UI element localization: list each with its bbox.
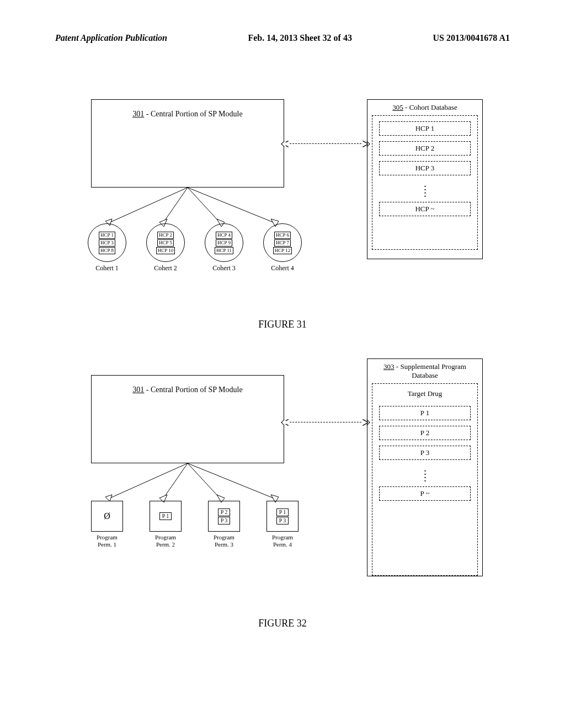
perm-label1: Program	[144, 534, 187, 541]
hcp-tag: HCP 9	[216, 239, 232, 247]
cohort-label: Cohert 4	[261, 264, 304, 272]
db-item: HCP 1	[379, 121, 471, 136]
hcp-tag: HCP 3	[99, 239, 115, 247]
db-ref: 303	[383, 362, 395, 371]
cohort-1: HCP 1 HCP 3 HCP 8 Cohert 1	[86, 223, 129, 272]
perm-4: P 1 P 3 Program Perm. 4	[261, 501, 304, 548]
p-tag: P 1	[159, 512, 172, 520]
bidir-arrow	[284, 422, 367, 422]
vertical-dots-icon: ....	[424, 182, 426, 195]
perm-label1: Program	[202, 534, 246, 541]
p-tag: P 1	[276, 508, 289, 516]
db-item: P 1	[379, 406, 471, 420]
db-item-last: P ~	[379, 486, 471, 501]
page-header: Patent Application Publication Feb. 14, …	[55, 33, 510, 43]
svg-line-14	[188, 463, 276, 499]
db-item-last: HCP ~	[379, 202, 471, 216]
hcp-tag: HCP 11	[215, 247, 233, 254]
perm-box-empty	[91, 501, 123, 532]
p-tag: P 3	[218, 517, 231, 524]
header-center: Feb. 14, 2013 Sheet 32 of 43	[248, 33, 351, 43]
db-label: - Supplemental Program Database	[395, 362, 466, 379]
cohort-circle: HCP 4 HCP 9 HCP 11	[205, 223, 243, 262]
db-ref: 305	[392, 103, 403, 111]
vertical-dots-icon: ....	[424, 467, 426, 480]
perm-label1: Program	[86, 534, 129, 541]
perm-2: P 1 Program Perm. 2	[144, 501, 187, 548]
perm-1: Program Perm. 1	[86, 501, 129, 548]
figure-32: 301 - Central Portion of SP Module 303 -…	[86, 358, 483, 601]
perm-box: P 1 P 3	[266, 501, 299, 532]
cohort-3: HCP 4 HCP 9 HCP 11 Cohert 3	[202, 223, 246, 272]
cohort-4: HCP 6 HCP 7 HCP 12 Cohert 4	[261, 223, 304, 272]
perm-label2: Perm. 2	[144, 541, 187, 548]
sp-module-label: - Central Portion of SP Module	[144, 110, 242, 118]
db-item: HCP 3	[379, 161, 471, 175]
db-item: HCP 2	[379, 141, 471, 156]
figure-32-caption: FIGURE 32	[0, 618, 565, 629]
p-tag: P 3	[276, 517, 289, 524]
cohort-circle: HCP 1 HCP 3 HCP 8	[88, 223, 126, 262]
cohort-label: Cohert 1	[86, 264, 129, 272]
sp-module-box: 301 - Central Portion of SP Module	[91, 99, 284, 188]
sp-module-ref: 301	[132, 110, 144, 118]
perm-label2: Perm. 1	[86, 541, 129, 548]
hcp-tag: HCP 12	[273, 247, 292, 254]
svg-line-0	[108, 188, 188, 223]
bidir-arrow	[284, 143, 367, 144]
perm-row: Program Perm. 1 P 1 Program Perm. 2 P 2 …	[86, 501, 304, 548]
figure-31-caption: FIGURE 31	[0, 319, 565, 330]
cohort-label: Cohert 2	[144, 264, 187, 272]
hcp-tag: HCP 4	[216, 232, 232, 239]
svg-line-4	[188, 188, 221, 223]
db-item: P 2	[379, 426, 471, 440]
svg-line-6	[188, 188, 276, 223]
db-title: 305 - Cohort Database	[372, 103, 478, 112]
hcp-tag: HCP 6	[274, 232, 291, 239]
db-inner: Target Drug P 1 P 2 P 3 .... P ~	[372, 383, 478, 576]
perm-label1: Program	[261, 534, 304, 541]
cohort-label: Cohert 3	[202, 264, 246, 272]
sp-module-box: 301 - Central Portion of SP Module	[91, 375, 284, 463]
db-title: 303 - Supplemental Program Database	[372, 362, 478, 380]
db-inner-title: Target Drug	[408, 389, 443, 398]
perm-label2: Perm. 3	[202, 541, 246, 548]
perm-3: P 2 P 3 Program Perm. 3	[202, 501, 246, 548]
header-left: Patent Application Publication	[55, 33, 167, 43]
cohort-row: HCP 1 HCP 3 HCP 8 Cohert 1 HCP 2 HCP 5 H…	[86, 223, 304, 272]
program-database: 303 - Supplemental Program Database Targ…	[367, 358, 483, 576]
hcp-tag: HCP 7	[274, 239, 291, 247]
perm-box: P 1	[150, 501, 182, 532]
fan-connectors	[86, 461, 317, 505]
hcp-tag: HCP 5	[157, 239, 174, 247]
header-right: US 2013/0041678 A1	[433, 33, 510, 43]
svg-line-12	[188, 463, 221, 499]
cohort-database: 305 - Cohort Database HCP 1 HCP 2 HCP 3 …	[367, 99, 483, 259]
cohort-circle: HCP 2 HCP 5 HCP 10	[146, 223, 185, 262]
p-tag: P 2	[218, 508, 231, 516]
hcp-tag: HCP 8	[99, 247, 115, 254]
db-item: P 3	[379, 446, 471, 460]
cohort-circle: HCP 6 HCP 7 HCP 12	[263, 223, 302, 262]
hcp-tag: HCP 1	[99, 232, 115, 239]
perm-label2: Perm. 4	[261, 541, 304, 548]
db-label: - Cohort Database	[403, 103, 457, 111]
perm-box: P 2 P 3	[208, 501, 240, 532]
hcp-tag: HCP 10	[156, 247, 175, 254]
fan-connectors	[86, 185, 317, 229]
sp-module-label: - Central Portion of SP Module	[144, 386, 242, 394]
db-inner: HCP 1 HCP 2 HCP 3 .... HCP ~	[372, 115, 478, 250]
sp-module-ref: 301	[132, 386, 144, 394]
cohort-2: HCP 2 HCP 5 HCP 10 Cohert 2	[144, 223, 187, 272]
hcp-tag: HCP 2	[157, 232, 174, 239]
figure-31: 301 - Central Portion of SP Module 305 -…	[86, 99, 483, 309]
svg-line-8	[108, 463, 188, 499]
